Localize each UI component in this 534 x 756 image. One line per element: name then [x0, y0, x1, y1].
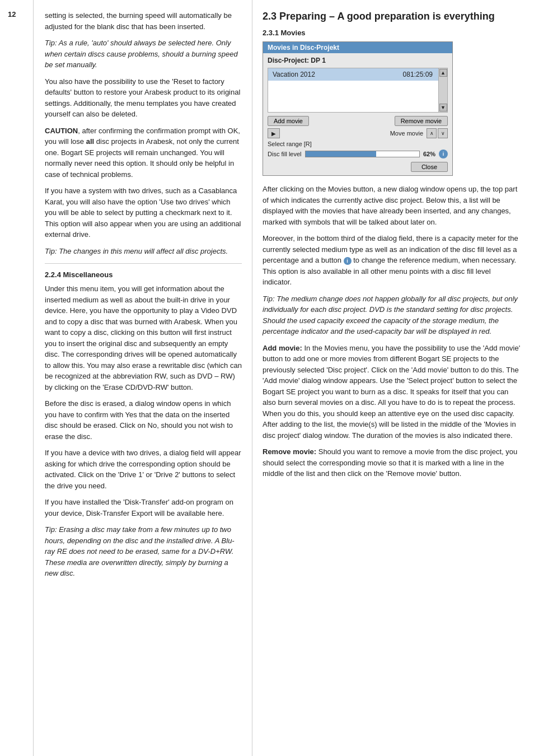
section-title: 2.3 Preparing – A good preparation is ev… [263, 10, 522, 23]
tip-changes: Tip: The changes in this menu will affec… [45, 246, 242, 257]
para-misc-3: If you have a device with two drives, a … [45, 447, 242, 491]
left-margin: 12 [0, 0, 34, 756]
select-range-label: Select range [R] [268, 141, 312, 147]
para-misc-2: Before the disc is erased, a dialog wind… [45, 398, 242, 442]
disc-fill-label: Disc fill level [268, 151, 302, 157]
play-button[interactable]: ▶ [268, 128, 280, 138]
tip-erasing: Tip: Erasing a disc may take from a few … [45, 524, 242, 579]
remove-movie-label: Remove movie: [263, 447, 316, 456]
movie-name: Vacation 2012 [273, 71, 315, 78]
subsection-224-title: 2.2.4 Miscellaneous [45, 270, 242, 279]
caution-label: CAUTION [45, 127, 78, 135]
subsection-231-title: 2.3.1 Movies [263, 29, 522, 37]
remove-movie-button[interactable]: Remove movie [395, 116, 448, 126]
disc-project-label: Disc-Project: DP 1 [268, 57, 448, 64]
para-bottom-third: Moreover, in the bottom third of the dia… [263, 233, 522, 288]
para-two-drives: If you have a system with two drives, su… [45, 185, 242, 240]
select-range-row: Select range [R] [268, 141, 448, 147]
add-remove-row: Add movie Remove movie [268, 116, 448, 126]
fill-icon-button[interactable]: i [439, 150, 448, 158]
para-misc-4: If you have installed the 'Disk-Transfer… [45, 497, 242, 519]
close-row: Close [268, 162, 448, 172]
para-burning-speed: setting is selected, the burning speed w… [45, 10, 242, 32]
fill-percent: 62% [423, 151, 435, 157]
dialog-title-bar: Movies in Disc-Projekt [263, 42, 452, 53]
para-reset-factory: You also have the possibility to use the… [45, 76, 242, 120]
movie-duration: 081:25:09 [403, 71, 433, 78]
para-after-clicking: After clicking on the Movies button, a n… [263, 184, 522, 227]
add-movie-label: Add movie: [263, 344, 302, 352]
remove-movie-section: Remove movie: Should you want to remove … [263, 446, 522, 479]
dialog-body: Disc-Project: DP 1 Vacation 2012 081:25:… [263, 53, 452, 175]
move-down-button[interactable]: ∨ [438, 128, 448, 138]
movies-dialog: Movies in Disc-Projekt Disc-Project: DP … [263, 41, 453, 176]
add-movie-section: Add movie: In the Movies menu, you have … [263, 343, 522, 441]
page: 12 setting is selected, the burning spee… [0, 0, 534, 756]
add-movie-button[interactable]: Add movie [268, 116, 309, 126]
fill-level-row: Disc fill level 62% i [268, 150, 448, 158]
dialog-title: Movies in Disc-Projekt [268, 44, 339, 52]
close-button[interactable]: Close [411, 162, 448, 172]
move-buttons: ∧ ∨ [427, 128, 448, 138]
scroll-down-btn[interactable]: ▼ [439, 104, 447, 111]
movie-list-scrollbar[interactable]: ▲ ▼ [438, 68, 447, 112]
move-movie-label: Move movie [390, 130, 423, 137]
move-up-button[interactable]: ∧ [427, 128, 437, 138]
info-icon: i [344, 257, 352, 265]
right-column: 2.3 Preparing – A good preparation is ev… [252, 0, 534, 756]
fill-bar [306, 151, 376, 157]
tip-medium-change-text: Tip: The medium change does not happen g… [263, 295, 518, 336]
movie-list: Vacation 2012 081:25:09 ▲ ▼ [268, 68, 448, 113]
left-column: setting is selected, the burning speed w… [34, 0, 252, 756]
content: setting is selected, the burning speed w… [34, 0, 534, 756]
tip-medium-change: Tip: The medium change does not happen g… [263, 293, 522, 337]
fill-bar-container [305, 151, 420, 157]
divider-1 [45, 263, 242, 264]
movie-item[interactable]: Vacation 2012 081:25:09 [268, 68, 447, 81]
caution-text: CAUTION, after confirming the confirmati… [45, 125, 242, 180]
controls-row: ▶ Move movie ∧ ∨ [268, 128, 448, 138]
page-number: 12 [8, 10, 16, 18]
scroll-up-btn[interactable]: ▲ [439, 69, 447, 77]
tip-auto-select: Tip: As a rule, 'auto' should always be … [45, 38, 242, 71]
add-movie-text: In the Movies menu, you have the possibi… [263, 344, 520, 440]
para-misc-1: Under this menu item, you will get infor… [45, 283, 242, 393]
